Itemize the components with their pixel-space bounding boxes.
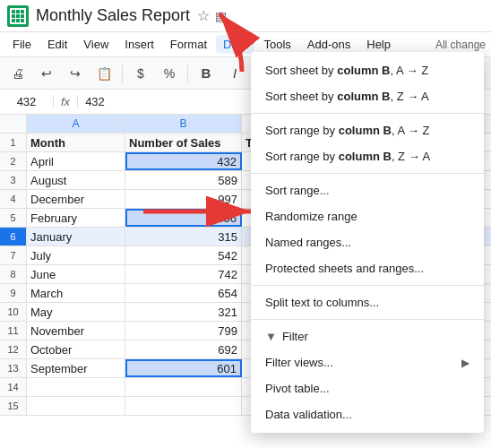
cell-10-a[interactable]: May bbox=[27, 303, 125, 321]
col-header-b[interactable]: B bbox=[125, 115, 242, 133]
cell-1-a[interactable]: Month bbox=[27, 134, 125, 151]
protected-label: Protected sheets and ranges... bbox=[265, 262, 424, 275]
cell-4-b[interactable]: 997 bbox=[125, 190, 242, 208]
sort-sheet-za-label: Sort sheet by column B, Z → A bbox=[265, 90, 429, 103]
menu-sort-range[interactable]: Sort range... bbox=[251, 177, 484, 203]
paint-format-button[interactable]: 📋 bbox=[91, 61, 116, 86]
dollar-button[interactable]: $ bbox=[128, 61, 153, 86]
toolbar-sep-2 bbox=[187, 65, 188, 82]
cell-12-a[interactable]: October bbox=[27, 340, 125, 358]
bold-button[interactable]: B bbox=[194, 61, 219, 86]
menu-randomize[interactable]: Randomize range bbox=[251, 203, 484, 229]
cell-8-a[interactable]: June bbox=[27, 265, 125, 283]
undo-button[interactable]: ↩ bbox=[34, 61, 59, 86]
row-num-8[interactable]: 8 bbox=[0, 265, 27, 283]
cell-8-b[interactable]: 742 bbox=[125, 265, 242, 283]
row-num-3[interactable]: 3 bbox=[0, 171, 27, 189]
row-num-1[interactable]: 1 bbox=[0, 134, 27, 151]
cell-9-a[interactable]: March bbox=[27, 284, 125, 302]
cell-13-b[interactable]: 601 bbox=[125, 359, 242, 377]
row-num-11[interactable]: 11 bbox=[0, 322, 27, 340]
menu-filter-views[interactable]: Filter views... ▶ bbox=[251, 349, 484, 375]
menu-sort-range-az[interactable]: Sort range by column B, A → Z bbox=[251, 117, 484, 143]
cell-10-b[interactable]: 321 bbox=[125, 303, 242, 321]
cell-1-b[interactable]: Number of Sales bbox=[125, 134, 242, 151]
cell-5-b[interactable]: 456 bbox=[125, 209, 242, 227]
cell-11-a[interactable]: November bbox=[27, 322, 125, 340]
cell-3-a[interactable]: August bbox=[27, 171, 125, 189]
row-num-5[interactable]: 5 bbox=[0, 209, 27, 227]
menu-sort-sheet-az[interactable]: Sort sheet by column B, A → Z bbox=[251, 57, 484, 83]
menu-sort-range-za[interactable]: Sort range by column B, Z → A bbox=[251, 143, 484, 169]
menu-split-text[interactable]: Split text to columns... bbox=[251, 289, 484, 315]
cell-2-a[interactable]: April bbox=[27, 152, 125, 170]
cell-14-a[interactable] bbox=[27, 378, 125, 396]
italic-button[interactable]: I bbox=[222, 61, 247, 86]
save-status: All change bbox=[435, 39, 486, 51]
row-num-10[interactable]: 10 bbox=[0, 303, 27, 321]
sheets-logo bbox=[7, 5, 29, 27]
cell-3-b[interactable]: 589 bbox=[125, 171, 242, 189]
filter-views-label: Filter views... bbox=[265, 356, 333, 369]
pivot-label: Pivot table... bbox=[265, 382, 330, 395]
cell-7-a[interactable]: July bbox=[27, 246, 125, 264]
menu-help[interactable]: Help bbox=[359, 35, 398, 54]
cell-6-a[interactable]: January bbox=[27, 228, 125, 246]
sort-range-label: Sort range... bbox=[265, 184, 330, 197]
menu-sep-3 bbox=[251, 285, 484, 286]
cell-15-a[interactable] bbox=[27, 397, 125, 415]
row-num-15[interactable]: 15 bbox=[0, 397, 27, 415]
row-num-13[interactable]: 13 bbox=[0, 359, 27, 377]
menu-named-ranges[interactable]: Named ranges... bbox=[251, 229, 484, 255]
cell-14-b[interactable] bbox=[125, 378, 242, 396]
menu-view[interactable]: View bbox=[76, 35, 116, 54]
menu-sep-1 bbox=[251, 113, 484, 114]
cell-11-b[interactable]: 799 bbox=[125, 322, 242, 340]
cell-12-b[interactable]: 692 bbox=[125, 340, 242, 358]
filter-label: ▼Filter bbox=[265, 330, 308, 343]
cell-reference[interactable]: 432 bbox=[0, 95, 54, 108]
cell-7-b[interactable]: 542 bbox=[125, 246, 242, 264]
row-num-4[interactable]: 4 bbox=[0, 190, 27, 208]
menu-data[interactable]: Data bbox=[216, 35, 254, 54]
cell-9-b[interactable]: 654 bbox=[125, 284, 242, 302]
cell-4-a[interactable]: December bbox=[27, 190, 125, 208]
sort-range-za-label: Sort range by column B, Z → A bbox=[265, 150, 430, 163]
menu-insert[interactable]: Insert bbox=[117, 35, 161, 54]
cell-15-b[interactable] bbox=[125, 397, 242, 415]
menu-edit[interactable]: Edit bbox=[40, 35, 74, 54]
menu-format[interactable]: Format bbox=[163, 35, 214, 54]
formula-value[interactable]: 432 bbox=[78, 95, 112, 108]
split-text-label: Split text to columns... bbox=[265, 296, 379, 309]
fx-icon: fx bbox=[54, 95, 78, 108]
cell-13-a[interactable]: September bbox=[27, 359, 125, 377]
row-num-12[interactable]: 12 bbox=[0, 340, 27, 358]
percent-button[interactable]: % bbox=[157, 61, 182, 86]
menu-sep-4 bbox=[251, 319, 484, 320]
cell-5-a[interactable]: February bbox=[27, 209, 125, 227]
menu-file[interactable]: File bbox=[5, 35, 39, 54]
menu-data-validation[interactable]: Data validation... bbox=[251, 401, 484, 427]
row-num-2[interactable]: 2 bbox=[0, 152, 27, 170]
menu-tools[interactable]: Tools bbox=[256, 35, 297, 54]
redo-button[interactable]: ↪ bbox=[63, 61, 88, 86]
cell-2-b[interactable]: 432 bbox=[125, 152, 242, 170]
menu-pivot[interactable]: Pivot table... bbox=[251, 375, 484, 401]
folder-icon[interactable]: ▤ bbox=[215, 9, 227, 23]
row-num-14[interactable]: 14 bbox=[0, 378, 27, 396]
col-header-a[interactable]: A bbox=[27, 115, 125, 133]
menu-protected[interactable]: Protected sheets and ranges... bbox=[251, 255, 484, 281]
print-button[interactable]: 🖨 bbox=[5, 61, 30, 86]
menu-addons[interactable]: Add-ons bbox=[300, 35, 357, 54]
data-dropdown-menu: Sort sheet by column B, A → Z Sort sheet… bbox=[251, 52, 484, 433]
row-num-7[interactable]: 7 bbox=[0, 246, 27, 264]
menu-filter[interactable]: ▼Filter bbox=[251, 323, 484, 349]
row-num-9[interactable]: 9 bbox=[0, 284, 27, 302]
row-num-6[interactable]: 6 bbox=[0, 228, 27, 246]
menu-sort-sheet-za[interactable]: Sort sheet by column B, Z → A bbox=[251, 83, 484, 109]
toolbar-sep-1 bbox=[122, 65, 123, 82]
star-icon[interactable]: ☆ bbox=[197, 7, 210, 24]
cell-6-b[interactable]: 315 bbox=[125, 228, 242, 246]
menu-sep-2 bbox=[251, 173, 484, 174]
sort-sheet-az-label: Sort sheet by column B, A → Z bbox=[265, 64, 428, 77]
